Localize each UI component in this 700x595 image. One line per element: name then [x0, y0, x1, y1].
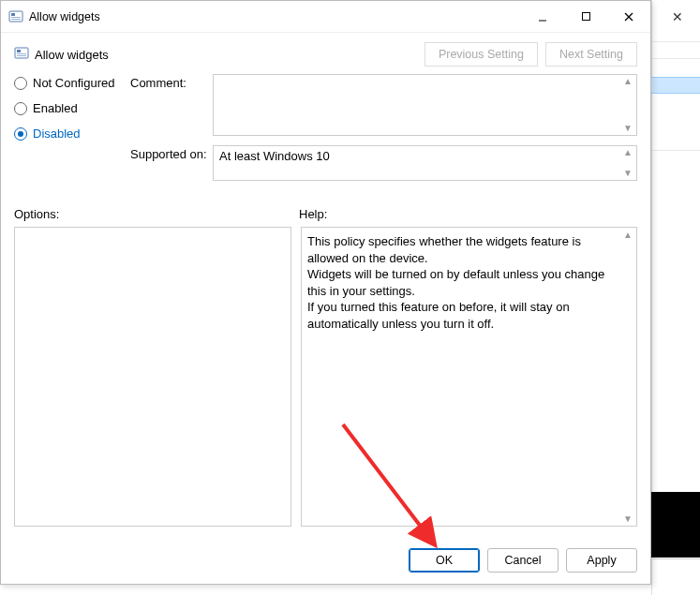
radio-disabled[interactable]: Disabled [14, 126, 130, 141]
svg-rect-8 [15, 48, 28, 58]
svg-rect-9 [17, 50, 21, 52]
ok-button[interactable]: OK [409, 548, 480, 573]
comment-label: Comment: [130, 74, 213, 136]
svg-rect-3 [11, 19, 21, 20]
scroll-down-icon[interactable]: ▼ [621, 124, 634, 133]
radio-not-configured[interactable]: Not Configured [14, 76, 130, 90]
previous-setting-button[interactable]: Previous Setting [424, 42, 538, 67]
app-icon [8, 9, 23, 24]
options-panel [14, 227, 291, 527]
options-label: Options: [14, 207, 299, 221]
maximize-button[interactable] [564, 1, 607, 33]
svg-rect-1 [11, 13, 15, 16]
background-divider [652, 41, 700, 42]
radio-icon [14, 102, 27, 115]
radio-label: Enabled [33, 101, 78, 115]
cancel-button[interactable]: Cancel [487, 548, 559, 573]
supported-on-label: Supported on: [130, 145, 213, 181]
radio-icon [14, 127, 27, 141]
radio-enabled[interactable]: Enabled [14, 101, 130, 115]
background-divider [652, 150, 700, 151]
help-text: This policy specifies whether the widget… [307, 233, 618, 332]
titlebar[interactable]: Allow widgets [1, 1, 650, 33]
comment-input[interactable]: ▲ ▼ [213, 74, 637, 136]
minimize-button[interactable] [521, 1, 564, 33]
state-radio-group: Not Configured Enabled Disabled [14, 74, 130, 152]
scroll-down-icon[interactable]: ▼ [621, 513, 634, 524]
background-panel [651, 492, 700, 558]
help-panel: This policy specifies whether the widget… [301, 227, 637, 527]
svg-rect-10 [17, 53, 26, 54]
close-button[interactable] [607, 1, 650, 33]
svg-rect-2 [11, 17, 21, 18]
radio-label: Disabled [33, 126, 81, 141]
background-divider [652, 58, 700, 59]
radio-icon [14, 77, 27, 90]
scroll-down-icon[interactable]: ▼ [621, 169, 634, 178]
next-setting-button[interactable]: Next Setting [545, 42, 637, 67]
policy-dialog: Allow widgets Allow widgets Previous Set… [0, 0, 651, 585]
window-title: Allow widgets [29, 10, 521, 23]
policy-title: Allow widgets [35, 48, 417, 62]
close-icon[interactable]: ✕ [672, 9, 683, 24]
background-selection [651, 77, 700, 94]
supported-on-box: At least Windows 10 ▲ ▼ [213, 145, 637, 181]
scroll-up-icon[interactable]: ▲ [621, 77, 634, 86]
scroll-up-icon[interactable]: ▲ [621, 148, 634, 157]
svg-rect-11 [17, 55, 26, 56]
apply-button[interactable]: Apply [566, 548, 637, 573]
svg-rect-5 [582, 13, 589, 21]
background-divider [652, 558, 700, 559]
radio-label: Not Configured [33, 76, 114, 90]
help-label: Help: [299, 207, 327, 221]
policy-icon [14, 46, 29, 64]
svg-rect-0 [9, 11, 22, 22]
dialog-buttons: OK Cancel Apply [1, 539, 650, 584]
supported-on-value: At least Windows 10 [219, 149, 330, 163]
scroll-up-icon[interactable]: ▲ [621, 230, 634, 240]
